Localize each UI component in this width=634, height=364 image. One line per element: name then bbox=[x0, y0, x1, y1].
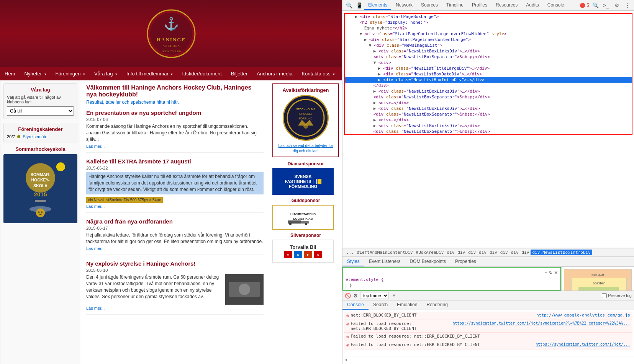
html-line-2[interactable]: <h2 style="display: none;"> bbox=[345, 20, 632, 25]
logo-svg: ⚓ HANINGE ANCHORS HOCKEY CLUB bbox=[146, 9, 196, 59]
console-tab[interactable]: Console bbox=[342, 300, 369, 310]
html-line-10[interactable]: ▶ <div class="NewsListTitleLargeDiv">…</… bbox=[345, 65, 632, 71]
read-more-2[interactable]: Läs mer... bbox=[86, 204, 264, 209]
breadcrumb-div1[interactable]: div bbox=[445, 250, 456, 255]
breadcrumb-div3[interactable]: div bbox=[467, 250, 477, 255]
news-title-3[interactable]: Några ord från nya ordföranden bbox=[86, 218, 264, 225]
html-line-7[interactable]: ▶ <div class="NewsListBoxLinksDiv">…</di… bbox=[345, 48, 632, 54]
news-title-2[interactable]: Kallelse till EXTRA årsmöte 17 augusti bbox=[86, 158, 264, 165]
devtools-search-button[interactable]: 🔍 bbox=[591, 1, 600, 10]
html-line-13[interactable]: </div> bbox=[345, 83, 632, 88]
error-link-4[interactable]: https://syndication.twitter.com/i/jot/..… bbox=[536, 342, 630, 346]
avsikt-link[interactable]: Läs och se vad detta betyder för dig och… bbox=[279, 144, 333, 153]
svg-rect-30 bbox=[301, 221, 309, 224]
html-tree[interactable]: ▶ <div class="StartPageBoxLarge"> <h2 st… bbox=[342, 11, 634, 248]
nav-hem[interactable]: Hem bbox=[0, 68, 20, 80]
console-filter-button[interactable]: ⚙ bbox=[353, 293, 358, 299]
html-line-9[interactable]: ▼ <div> bbox=[345, 60, 632, 65]
html-line-17[interactable]: ▶ <div class="NewsListBoxLinksDiv">…</di… bbox=[345, 106, 632, 111]
html-line-4[interactable]: ▼ <div class="StartPageContentLarge over… bbox=[345, 31, 632, 37]
nav-nyheter[interactable]: Nyheter ▾ bbox=[20, 68, 51, 80]
html-line-6[interactable]: ▼ <div class="NewsImageList"> bbox=[345, 42, 632, 48]
html-line-1[interactable]: ▶ <div class="StartPageBoxLarge"> bbox=[345, 14, 632, 20]
device-icon-button[interactable]: 📱 bbox=[354, 1, 364, 10]
breadcrumb-div7[interactable]: div bbox=[509, 250, 520, 255]
tab-styles[interactable]: Styles bbox=[342, 257, 364, 266]
html-line-12-selected[interactable]: ▶ <div class="NewsListBoxIntroDiv">…</di… bbox=[345, 77, 632, 83]
tab-network[interactable]: Network bbox=[392, 1, 416, 10]
breadcrumb-boxarea[interactable]: #BoxAreaDiv bbox=[414, 250, 446, 255]
nav-kontakta[interactable]: Kontakta oss ▾ bbox=[297, 68, 339, 80]
nav-foreningen[interactable]: Föreningen ▾ bbox=[51, 68, 90, 80]
html-line-5[interactable]: ▶ <div class="StartPageInnerContentLarge… bbox=[345, 37, 632, 42]
html-line-15[interactable]: <div class="NewsListBoxSeparator">&nbsp;… bbox=[345, 94, 632, 100]
nav-idstider[interactable]: Idstider/dokument bbox=[177, 68, 226, 80]
tab-profiles[interactable]: Profiles bbox=[468, 1, 491, 10]
devtools-actions: 🔴 5 🔍 >_ ⚙ ⋮ bbox=[580, 1, 632, 10]
tab-timeline[interactable]: Timeline bbox=[442, 1, 467, 10]
tab-sources[interactable]: Sources bbox=[417, 1, 442, 10]
nav-vara-lag[interactable]: Våra lag ▾ bbox=[90, 68, 122, 80]
search-tab[interactable]: Search bbox=[369, 300, 392, 310]
breadcrumb-div6[interactable]: div bbox=[499, 250, 509, 255]
breadcrumb-div4[interactable]: div bbox=[477, 250, 488, 255]
html-line-21[interactable]: <div class="NewsListBoxSeparator">&nbsp;… bbox=[345, 129, 632, 134]
emulation-tab[interactable]: Emulation bbox=[392, 300, 422, 310]
sponsor-silver-img[interactable]: Torvalla Bil M S F A bbox=[272, 240, 334, 263]
sponsor-diamond-img[interactable]: SVENSK FASTIGHETS FÖRMEDLING bbox=[272, 168, 334, 195]
preserve-log-checkbox[interactable] bbox=[602, 293, 607, 298]
breadcrumb-ellipsis[interactable]: ... bbox=[345, 250, 355, 255]
read-more-1[interactable]: Läs mer... bbox=[86, 144, 264, 149]
tab-properties[interactable]: Properties bbox=[451, 257, 481, 266]
calendar-event[interactable]: Styrelsemöte bbox=[23, 134, 47, 139]
breadcrumb-leftmain[interactable]: #LeftAndMainContentDiv bbox=[355, 250, 414, 255]
rendering-tab[interactable]: Rendering bbox=[422, 300, 452, 310]
teams-select[interactable]: Gå till bbox=[7, 106, 74, 116]
devtools-settings-button[interactable]: ⚙ bbox=[612, 1, 621, 10]
breadcrumb-div2[interactable]: div bbox=[456, 250, 467, 255]
tab-dom-breakpoints[interactable]: DOM Breakpoints bbox=[405, 257, 451, 266]
breadcrumb-div5[interactable]: div bbox=[488, 250, 499, 255]
tab-console[interactable]: Console bbox=[544, 1, 568, 10]
console-frame-select[interactable]: top frame bbox=[360, 292, 389, 299]
nav-anchors-media[interactable]: Anchors i media bbox=[252, 68, 297, 80]
expand-arrow[interactable]: ▶ bbox=[355, 14, 360, 19]
html-line-19[interactable]: ▶ <div>…</div> bbox=[345, 117, 632, 123]
inspect-icon-button[interactable]: 🔍 bbox=[344, 1, 354, 10]
html-line-16[interactable]: ▶ <div>…</div> bbox=[345, 100, 632, 106]
read-more-3[interactable]: Läs mer... bbox=[86, 246, 264, 251]
subtext[interactable]: Resultat, tabeller och spelschema hitta … bbox=[86, 100, 264, 105]
tab-event-listeners[interactable]: Event Listeners bbox=[364, 257, 405, 266]
breadcrumb-div8[interactable]: div bbox=[520, 250, 531, 255]
nav-biljetter[interactable]: Biljetter bbox=[226, 68, 252, 80]
html-line-18[interactable]: <div class="NewsListBoxSeparator">&nbsp;… bbox=[345, 111, 632, 117]
html-line-11[interactable]: ▶ <div class="NewsListBoxDateDiv">…</div… bbox=[345, 71, 632, 77]
news-title-1[interactable]: En presentation av nya sportchef ungdom bbox=[86, 109, 264, 116]
sponsor-gold-img[interactable]: HUVUDSTADENS LOGISTIK AB bbox=[272, 205, 334, 230]
breadcrumb-newslistbox[interactable]: div.NewsListBoxIntroDiv bbox=[531, 250, 592, 255]
console-input-field[interactable] bbox=[349, 358, 632, 363]
styles-close-button[interactable]: ✕ bbox=[554, 270, 558, 276]
html-line-8[interactable]: <div class="NewsListBoxSeparator">&nbsp;… bbox=[345, 54, 632, 60]
tab-resources[interactable]: Resources bbox=[492, 1, 521, 10]
news-title-4[interactable]: Ny explosiv styrelse i Haninge Anchors! bbox=[86, 260, 264, 267]
tab-elements[interactable]: Elements bbox=[364, 1, 391, 10]
read-more-4[interactable]: Läs mer... bbox=[86, 306, 264, 310]
console-clear-button[interactable]: 🚫 bbox=[345, 293, 351, 299]
styles-refresh-button[interactable]: ↻ bbox=[549, 270, 552, 276]
nav-info[interactable]: Info till medlemmar ▾ bbox=[122, 68, 177, 80]
error-link-1[interactable]: http://www.google-analytics.com/ga.js bbox=[536, 313, 630, 318]
error-badge[interactable]: 🔴 5 bbox=[580, 3, 589, 8]
html-line-20[interactable]: ▶ <div class="NewsListBoxLinksDiv">…</di… bbox=[345, 123, 632, 129]
styles-add-button[interactable]: + bbox=[544, 270, 547, 276]
devtools-more-button[interactable]: ⋮ bbox=[623, 1, 632, 10]
html-line-3[interactable]: Egna nyheter</h2> bbox=[345, 25, 632, 31]
devtools-terminal-button[interactable]: >_ bbox=[601, 1, 611, 10]
html-line-14[interactable]: ▶ <div class="NewsListBoxLinksDiv">…</di… bbox=[345, 88, 632, 94]
console-sub-tabs: Console Search Emulation Rendering bbox=[342, 300, 634, 310]
devtools-toolbar: 🔍 📱 Elements Network Sources Timeline Pr… bbox=[342, 0, 634, 11]
tab-audits[interactable]: Audits bbox=[522, 1, 542, 10]
news-date-4: 2015-06-10 bbox=[86, 268, 264, 273]
error-link-2[interactable]: https://syndication.twitter.com/i/jot/sy… bbox=[452, 321, 630, 325]
svg-point-32 bbox=[305, 223, 307, 225]
